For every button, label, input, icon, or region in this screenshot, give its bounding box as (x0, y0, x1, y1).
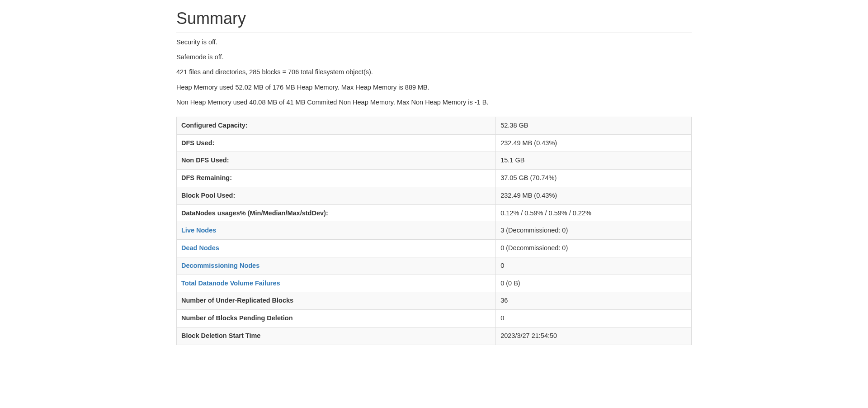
row-value: 37.05 GB (70.74%) (496, 170, 692, 187)
row-label: Configured Capacity: (177, 117, 496, 134)
row-label: Number of Blocks Pending Deletion (177, 310, 496, 327)
row-label: Dead Nodes (177, 240, 496, 257)
table-row: DFS Used:232.49 MB (0.43%) (177, 134, 692, 152)
row-value: 36 (496, 292, 692, 310)
row-value: 0 (Decommissioned: 0) (496, 240, 692, 257)
table-row: DataNodes usages% (Min/Median/Max/stdDev… (177, 204, 692, 222)
table-row: DFS Remaining:37.05 GB (70.74%) (177, 170, 692, 187)
table-row: Configured Capacity:52.38 GB (177, 117, 692, 134)
row-value: 0 (496, 257, 692, 275)
row-label: Decommissioning Nodes (177, 257, 496, 275)
row-label-link[interactable]: Dead Nodes (181, 244, 219, 251)
row-value: 52.38 GB (496, 117, 692, 134)
row-label: DataNodes usages% (Min/Median/Max/stdDev… (177, 204, 496, 222)
row-value: 0 (0 B) (496, 275, 692, 292)
summary-table: Configured Capacity:52.38 GBDFS Used:232… (176, 117, 692, 345)
row-label-link[interactable]: Decommissioning Nodes (181, 262, 259, 269)
safemode-status: Safemode is off. (176, 52, 692, 62)
heap-memory: Heap Memory used 52.02 MB of 176 MB Heap… (176, 82, 692, 93)
row-label: Block Pool Used: (177, 187, 496, 204)
row-label: Live Nodes (177, 222, 496, 240)
table-row: Decommissioning Nodes0 (177, 257, 692, 275)
table-row: Block Pool Used:232.49 MB (0.43%) (177, 187, 692, 204)
row-value: 0 (496, 310, 692, 327)
summary-text-block: Security is off. Safemode is off. 421 fi… (176, 37, 692, 108)
row-label-link[interactable]: Total Datanode Volume Failures (181, 280, 280, 287)
row-value: 15.1 GB (496, 152, 692, 170)
row-label: Block Deletion Start Time (177, 327, 496, 345)
row-label: DFS Remaining: (177, 170, 496, 187)
row-value: 232.49 MB (0.43%) (496, 134, 692, 152)
table-row: Number of Blocks Pending Deletion0 (177, 310, 692, 327)
table-row: Live Nodes3 (Decommissioned: 0) (177, 222, 692, 240)
row-value: 232.49 MB (0.43%) (496, 187, 692, 204)
row-value: 0.12% / 0.59% / 0.59% / 0.22% (496, 204, 692, 222)
row-label-link[interactable]: Live Nodes (181, 227, 216, 234)
table-row: Non DFS Used:15.1 GB (177, 152, 692, 170)
filesystem-objects: 421 files and directories, 285 blocks = … (176, 67, 692, 77)
row-label: Non DFS Used: (177, 152, 496, 170)
row-label: Number of Under-Replicated Blocks (177, 292, 496, 310)
row-label: Total Datanode Volume Failures (177, 275, 496, 292)
main-container: Summary Security is off. Safemode is off… (170, 9, 698, 345)
row-label: DFS Used: (177, 134, 496, 152)
row-value: 3 (Decommissioned: 0) (496, 222, 692, 240)
page-title: Summary (176, 9, 692, 33)
non-heap-memory: Non Heap Memory used 40.08 MB of 41 MB C… (176, 97, 692, 108)
table-row: Number of Under-Replicated Blocks36 (177, 292, 692, 310)
table-row: Dead Nodes0 (Decommissioned: 0) (177, 240, 692, 257)
table-row: Total Datanode Volume Failures0 (0 B) (177, 275, 692, 292)
row-value: 2023/3/27 21:54:50 (496, 327, 692, 345)
security-status: Security is off. (176, 37, 692, 47)
table-row: Block Deletion Start Time2023/3/27 21:54… (177, 327, 692, 345)
